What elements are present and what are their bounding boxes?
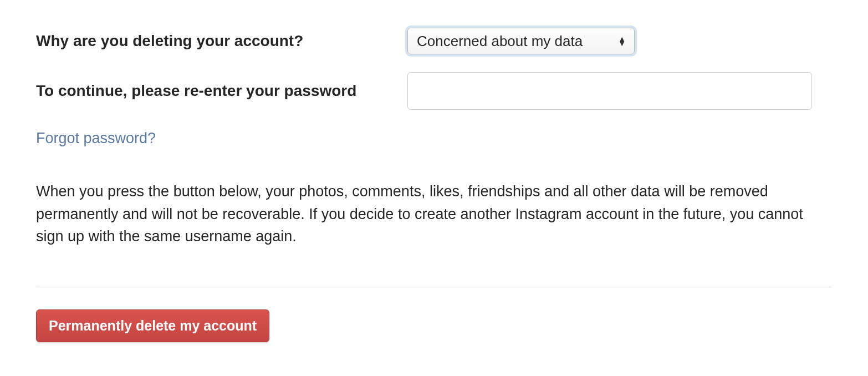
reason-row: Why are you deleting your account? Conce… <box>36 28 832 54</box>
permanently-delete-button[interactable]: Permanently delete my account <box>36 309 269 342</box>
forgot-password-link[interactable]: Forgot password? <box>36 130 156 147</box>
reason-select[interactable]: Concerned about my data <box>407 28 635 54</box>
reason-select-wrapper: Concerned about my data ▲ ▼ <box>407 28 635 54</box>
reason-label: Why are you deleting your account? <box>36 30 407 52</box>
password-input[interactable] <box>407 72 812 110</box>
section-divider <box>36 287 832 287</box>
delete-warning-text: When you press the button below, your ph… <box>36 180 829 248</box>
password-row: To continue, please re-enter your passwo… <box>36 72 832 110</box>
password-label: To continue, please re-enter your passwo… <box>36 80 407 101</box>
